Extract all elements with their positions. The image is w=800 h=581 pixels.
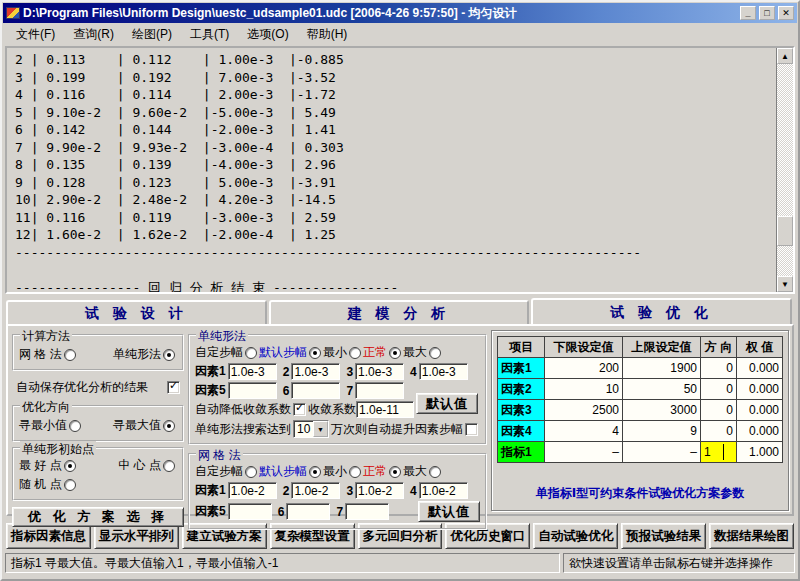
lower-cell[interactable]: – (545, 442, 623, 463)
simplex-default-button[interactable]: 默认值 (416, 393, 478, 414)
grid-default-step-radio[interactable] (309, 466, 321, 478)
menu-file[interactable]: 文件(F) (7, 24, 64, 45)
upper-cell[interactable]: 3000 (623, 400, 701, 421)
tab-modeling-analysis[interactable]: 建 模 分 析 (269, 300, 530, 324)
search-count-dropdown[interactable]: 10 ▼ (293, 420, 329, 438)
normal-step-radio[interactable] (389, 347, 401, 359)
boost-step-label: 万次则自动提升因素步幅 (331, 421, 463, 438)
close-button[interactable]: ✕ (778, 6, 794, 20)
grid-factor6-input[interactable] (286, 503, 330, 520)
grid-max-step-radio[interactable] (429, 466, 441, 478)
menu-plot[interactable]: 绘图(P) (123, 24, 181, 45)
factor4-label: 4 (410, 365, 417, 379)
simplex-factor3-input[interactable] (355, 363, 404, 380)
scroll-down-icon[interactable]: ▼ (777, 276, 793, 292)
simplex-factor4-input[interactable] (419, 363, 468, 380)
grid-factor5-input[interactable] (228, 503, 272, 520)
middle-settings-column: 单纯形法 自定步幅 默认步幅 最小 正常 最大 因素1 2 (188, 330, 487, 511)
upper-cell[interactable]: 1900 (623, 358, 701, 379)
check-icon: ✓ (295, 402, 304, 413)
grid-factor3-input[interactable] (355, 482, 404, 499)
grid-custom-step-radio[interactable] (245, 466, 257, 478)
center-point-radio[interactable] (163, 460, 175, 472)
upper-cell[interactable]: 9 (623, 421, 701, 442)
simplex-factor7-input[interactable] (355, 382, 404, 399)
menu-query[interactable]: 查询(R) (64, 24, 123, 45)
vertical-scrollbar[interactable]: ▲ ▼ (776, 48, 793, 292)
simplex-group: 单纯形法 自定步幅 默认步幅 最小 正常 最大 因素1 2 (188, 334, 487, 445)
left-settings-column: 计算方法 网 格 法 单纯形法 自动保存优化分析的结果 ✓ 优化方向 寻最小值 (12, 330, 184, 511)
scroll-up-icon[interactable]: ▲ (777, 48, 793, 64)
scheme-caption: 单指标Ⅰ型可约束条件试验优化方案参数 (492, 485, 788, 502)
random-point-radio[interactable] (64, 479, 76, 491)
auto-experiment-optimization-button[interactable]: 自动试验优化 (533, 523, 618, 549)
simplex-factor1-input[interactable] (228, 363, 277, 380)
grid-group-title: 网 格 法 (196, 447, 243, 464)
weight-cell[interactable]: 1.000 (737, 442, 783, 463)
default-step-radio[interactable] (309, 347, 321, 359)
menu-options[interactable]: 选项(O) (238, 24, 297, 45)
lower-cell[interactable]: 10 (545, 379, 623, 400)
direction-cell[interactable]: 0 (701, 379, 737, 400)
grid-factor1-input[interactable] (228, 482, 277, 499)
direction-cell[interactable]: 0 (701, 400, 737, 421)
upper-cell[interactable]: 50 (623, 379, 701, 400)
lower-cell[interactable]: 4 (545, 421, 623, 442)
weight-cell[interactable]: 0.000 (737, 358, 783, 379)
autosave-checkbox[interactable]: ✓ (167, 381, 180, 394)
factor2-label: 2 (283, 484, 290, 498)
simplex-factor2-input[interactable] (291, 363, 340, 380)
direction-cell[interactable]: 0 (701, 421, 737, 442)
default-step-label: 默认步幅 (259, 463, 307, 480)
grid-default-button[interactable]: 默认值 (418, 501, 480, 522)
weight-cell[interactable]: 0.000 (737, 421, 783, 442)
simplex-factor5-input[interactable] (228, 382, 277, 399)
custom-step-radio[interactable] (245, 347, 257, 359)
direction-cell[interactable]: 0 (701, 358, 737, 379)
maximize-button[interactable]: □ (759, 6, 775, 20)
menu-help[interactable]: 帮助(H) (298, 24, 357, 45)
upper-cell[interactable]: – (623, 442, 701, 463)
weight-cell[interactable]: 0.000 (737, 400, 783, 421)
lower-cell[interactable]: 200 (545, 358, 623, 379)
convergence-input[interactable] (356, 401, 414, 418)
optimization-scheme-button[interactable]: 优 化 方 案 选 择 (12, 507, 184, 527)
best-point-radio[interactable] (64, 460, 76, 472)
table-header-row: 项目 下限设定值 上限设定值 方 向 权 值 (498, 337, 783, 358)
normal-step-label: 正常 (363, 344, 387, 361)
random-point-label: 随 机 点 (19, 476, 62, 493)
auto-reduce-checkbox[interactable]: ✓ (293, 403, 306, 416)
max-step-radio[interactable] (429, 347, 441, 359)
minimize-button[interactable]: _ (740, 6, 756, 20)
simplex-method-radio[interactable] (163, 349, 175, 361)
seek-max-radio[interactable] (163, 420, 175, 432)
optimization-tab-page: 计算方法 网 格 法 单纯形法 自动保存优化分析的结果 ✓ 优化方向 寻最小值 (6, 324, 794, 516)
grid-method-radio[interactable] (64, 349, 76, 361)
min-step-radio[interactable] (349, 347, 361, 359)
direction-cell-editing[interactable]: 1 (701, 442, 737, 463)
boost-step-checkbox[interactable]: ✓ (465, 423, 478, 436)
lower-cell[interactable]: 2500 (545, 400, 623, 421)
predict-experiment-results-button[interactable]: 预报试验结果 (621, 523, 706, 549)
status-hint: 欲快速设置请单击鼠标右键并选择操作 (563, 553, 795, 573)
tab-experiment-optimization[interactable]: 试 验 优 化 (531, 298, 792, 324)
col-header-upper: 上限设定值 (623, 337, 701, 358)
dropdown-arrow-icon[interactable]: ▼ (313, 421, 328, 437)
factor6-label: 6 (278, 505, 285, 519)
app-window: D:\Program Files\Uniform Design\uestc_ud… (0, 0, 800, 581)
row-label: 指标1 (498, 442, 545, 463)
grid-factor2-input[interactable] (291, 482, 340, 499)
seek-min-radio[interactable] (69, 420, 81, 432)
grid-factor7-input[interactable] (345, 503, 389, 520)
scrollbar-thumb[interactable] (777, 216, 793, 246)
simplex-factor6-input[interactable] (291, 382, 340, 399)
weight-cell[interactable]: 0.000 (737, 379, 783, 400)
menu-tools[interactable]: 工具(T) (181, 24, 238, 45)
grid-normal-step-radio[interactable] (389, 466, 401, 478)
max-step-label: 最大 (403, 344, 427, 361)
tab-experiment-design[interactable]: 试 验 设 计 (6, 300, 267, 324)
custom-step-label: 自定步幅 (195, 344, 243, 361)
grid-factor4-input[interactable] (419, 482, 468, 499)
data-result-plot-button[interactable]: 数据结果绘图 (709, 523, 794, 549)
grid-min-step-radio[interactable] (349, 466, 361, 478)
